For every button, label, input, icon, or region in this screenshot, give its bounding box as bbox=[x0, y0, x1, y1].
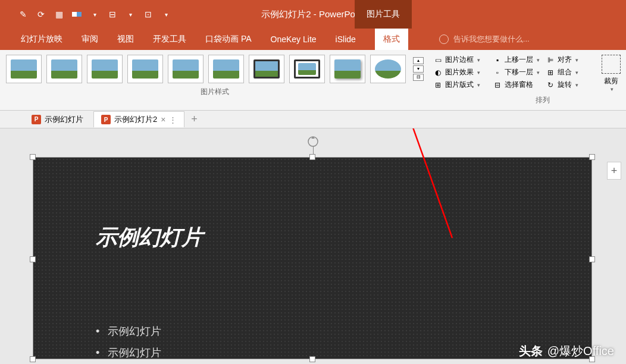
slide-image[interactable]: 示例幻灯片 示例幻灯片 示例幻灯片 bbox=[33, 157, 592, 359]
slide-bullets: 示例幻灯片 示例幻灯片 bbox=[96, 324, 161, 364]
rotate-icon: ↻ bbox=[546, 80, 555, 90]
ribbon: ▴▾⊟ 图片样式 ▭图片边框▾ ◐图片效果▾ ⊞图片版式▾ ▪上移一层▾ ▫下移… bbox=[0, 50, 626, 111]
layout-icon: ⊞ bbox=[433, 80, 443, 90]
new-tab-button[interactable]: + bbox=[187, 112, 201, 127]
lightbulb-icon bbox=[439, 34, 449, 44]
style-thumb-3[interactable] bbox=[87, 55, 123, 83]
style-thumb-7[interactable] bbox=[249, 55, 284, 83]
title-bar: ✎ ⟳ ▦ ▾ ⊟ ▾ ⊡ ▾ 示例幻灯片2 - PowerPoint 图片工具 bbox=[0, 0, 626, 29]
powerpoint-icon: P bbox=[101, 115, 111, 124]
arrange-group: ▪上移一层▾ ▫下移一层▾ ⊟选择窗格 ⊫对齐▾ ⊞组合▾ ↻旋转▾ 排列 bbox=[489, 50, 596, 110]
slide-canvas: 示例幻灯片 示例幻灯片 示例幻灯片 + 头条 @爆炒Office bbox=[0, 128, 626, 364]
watermark-author: @爆炒Office bbox=[547, 343, 614, 359]
tab-format[interactable]: 格式 bbox=[375, 29, 408, 50]
tab-pocket-anim[interactable]: 口袋动画 PA bbox=[205, 34, 252, 45]
style-thumb-10[interactable] bbox=[370, 55, 406, 83]
style-thumb-1[interactable] bbox=[6, 55, 42, 83]
selection-handle[interactable] bbox=[30, 256, 36, 262]
tab-menu-icon[interactable]: ⋮ bbox=[169, 115, 177, 124]
bullet-item: 示例幻灯片 bbox=[96, 324, 161, 338]
picture-border-button[interactable]: ▭图片边框▾ bbox=[433, 55, 486, 65]
gallery-more[interactable]: ▴▾⊟ bbox=[413, 57, 424, 81]
expand-button[interactable]: + bbox=[607, 162, 621, 180]
window-title: 示例幻灯片2 - PowerPoint bbox=[261, 9, 364, 20]
selection-handle[interactable] bbox=[589, 154, 595, 160]
palette-icon[interactable] bbox=[71, 9, 82, 20]
paintbrush-icon[interactable]: ✎ bbox=[18, 9, 29, 20]
effects-icon: ◐ bbox=[433, 68, 443, 77]
tool2-icon[interactable]: ⊡ bbox=[143, 9, 154, 20]
selection-handle[interactable] bbox=[30, 356, 36, 362]
picture-options: ▭图片边框▾ ◐图片效果▾ ⊞图片版式▾ bbox=[430, 50, 489, 110]
tab-developer[interactable]: 开发工具 bbox=[153, 34, 186, 45]
doc-tab-label: 示例幻灯片2 bbox=[114, 114, 157, 125]
picture-layout-button[interactable]: ⊞图片版式▾ bbox=[433, 80, 486, 90]
ribbon-tabs: 幻灯片放映 审阅 视图 开发工具 口袋动画 PA OneKey Lite iSl… bbox=[0, 29, 626, 50]
document-tabs: P 示例幻灯片 P 示例幻灯片2 × ⋮ + bbox=[0, 111, 626, 128]
doc-tab-1[interactable]: P 示例幻灯片 bbox=[24, 111, 91, 128]
tab-onekey[interactable]: OneKey Lite bbox=[271, 34, 317, 44]
tell-me-search[interactable]: 告诉我您想要做什么... bbox=[439, 34, 530, 45]
crop-icon[interactable] bbox=[602, 55, 621, 74]
crop-dropdown[interactable]: ▾ bbox=[611, 86, 614, 92]
close-tab-icon[interactable]: × bbox=[161, 115, 165, 124]
style-thumb-8[interactable] bbox=[289, 55, 325, 83]
powerpoint-icon: P bbox=[32, 115, 41, 124]
send-backward-button[interactable]: ▫下移一层▾ bbox=[493, 67, 540, 77]
doc-tab-label: 示例幻灯片 bbox=[45, 114, 83, 125]
selection-handle[interactable] bbox=[589, 256, 595, 262]
arrange-group-label: 排列 bbox=[493, 95, 593, 105]
watermark-brand: 头条 bbox=[519, 343, 543, 359]
group-button[interactable]: ⊞组合▾ bbox=[546, 67, 578, 77]
grid-icon[interactable]: ▦ bbox=[54, 9, 64, 20]
forward-icon: ▪ bbox=[493, 55, 502, 65]
picture-styles-group: ▴▾⊟ 图片样式 bbox=[0, 50, 430, 110]
style-thumb-4[interactable] bbox=[127, 55, 163, 83]
chevron-down-icon[interactable]: ▾ bbox=[161, 9, 171, 20]
group-icon: ⊞ bbox=[546, 68, 555, 77]
tab-review[interactable]: 审阅 bbox=[82, 34, 98, 45]
tab-view[interactable]: 视图 bbox=[117, 34, 134, 45]
tell-me-placeholder: 告诉我您想要做什么... bbox=[453, 34, 530, 45]
backward-icon: ▫ bbox=[493, 68, 502, 77]
selection-handle[interactable] bbox=[30, 154, 36, 160]
selection-pane-button[interactable]: ⊟选择窗格 bbox=[493, 80, 540, 90]
chevron-down-icon[interactable]: ▾ bbox=[125, 9, 136, 20]
quick-access-toolbar: ✎ ⟳ ▦ ▾ ⊟ ▾ ⊡ ▾ bbox=[18, 9, 171, 20]
crop-group: 裁剪 ▾ bbox=[596, 50, 626, 110]
styles-gallery: ▴▾⊟ bbox=[6, 55, 424, 83]
pane-icon: ⊟ bbox=[493, 80, 502, 90]
chevron-down-icon[interactable]: ▾ bbox=[89, 9, 100, 20]
bullet-item: 示例幻灯片 bbox=[96, 346, 161, 360]
picture-effects-button[interactable]: ◐图片效果▾ bbox=[433, 67, 486, 77]
watermark: 头条 @爆炒Office bbox=[519, 343, 614, 359]
slide-title: 示例幻灯片 bbox=[96, 223, 203, 252]
tab-islide[interactable]: iSlide bbox=[336, 34, 356, 44]
context-tab-picture-tools: 图片工具 bbox=[355, 0, 412, 29]
border-icon: ▭ bbox=[433, 55, 443, 65]
crop-label[interactable]: 裁剪 bbox=[604, 76, 618, 86]
refresh-icon[interactable]: ⟳ bbox=[36, 9, 46, 20]
align-button[interactable]: ⊫对齐▾ bbox=[546, 55, 578, 65]
selection-handle[interactable] bbox=[309, 154, 315, 160]
align-icon: ⊫ bbox=[546, 55, 555, 65]
style-thumb-6[interactable] bbox=[208, 55, 244, 83]
selection-handle[interactable] bbox=[309, 356, 315, 362]
style-thumb-2[interactable] bbox=[46, 55, 82, 83]
tab-slideshow[interactable]: 幻灯片放映 bbox=[21, 34, 62, 45]
style-thumb-9[interactable] bbox=[330, 55, 365, 83]
doc-tab-2[interactable]: P 示例幻灯片2 × ⋮ bbox=[93, 111, 184, 127]
rotate-button[interactable]: ↻旋转▾ bbox=[546, 80, 578, 90]
style-thumb-5[interactable] bbox=[168, 55, 204, 83]
styles-group-label: 图片样式 bbox=[6, 87, 424, 97]
tool-icon[interactable]: ⊟ bbox=[107, 9, 118, 20]
bring-forward-button[interactable]: ▪上移一层▾ bbox=[493, 55, 540, 65]
